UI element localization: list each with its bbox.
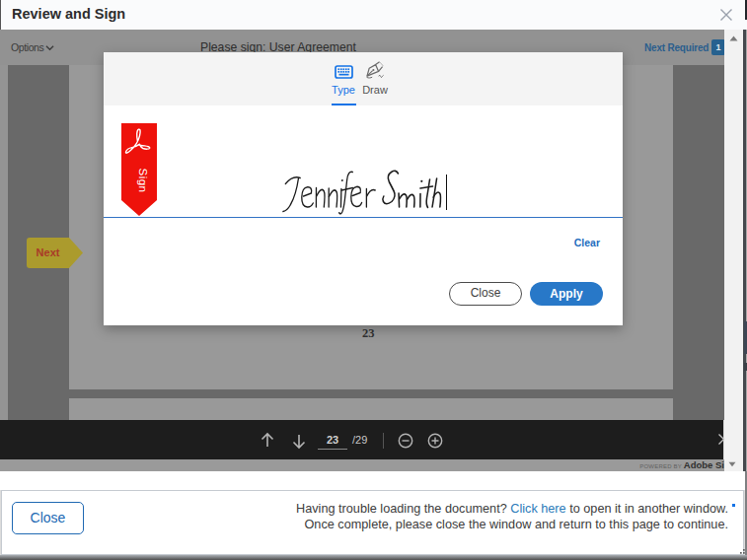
- svg-text:Sign: Sign: [137, 168, 149, 192]
